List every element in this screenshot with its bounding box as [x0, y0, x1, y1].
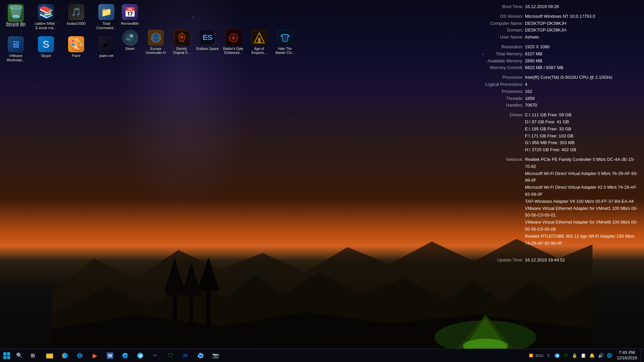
- boot-time-value: 16.12.2019 09:26: [525, 3, 641, 10]
- network-row: Network: Realtek PCIe FE Family Controll…: [466, 156, 641, 247]
- europa-icon: [148, 30, 164, 46]
- second-col-icons: 📚 calibre 64bit - E-book ma... S Skype: [30, 0, 60, 67]
- start-button[interactable]: [0, 349, 13, 362]
- taskbar-telegram[interactable]: [132, 349, 148, 362]
- tray-clipboard[interactable]: 📋: [579, 349, 587, 362]
- icon-vmware[interactable]: 🖥 VMware Workstati...: [2, 35, 29, 65]
- taskbar-screen-sketch[interactable]: ✂: [148, 349, 163, 362]
- tray-wifi[interactable]: 🌐: [605, 349, 613, 362]
- remindme-label: RemindMe: [121, 21, 139, 26]
- baldurs-gate-icon: [225, 30, 241, 46]
- tray-ime[interactable]: ENG: [536, 349, 544, 362]
- handles-row: Handles: 70670: [466, 102, 641, 109]
- network-entry-2: Microsoft Wi-Fi Direct Virtual Adapter #…: [525, 184, 641, 198]
- drives-values: C:\ 111 GB Free: 59 GB D:\ 97 GB Free: 4…: [525, 112, 641, 154]
- tray-volume[interactable]: 🔊: [597, 349, 605, 362]
- os-version-row: OS Version: Microsoft Windows NT 10.0.17…: [466, 13, 641, 20]
- taskbar-clock[interactable]: 7:45 PM 12/16/2019: [614, 349, 640, 362]
- taskbar-mail[interactable]: ✉: [178, 349, 193, 362]
- os-version-label: OS Version:: [466, 13, 523, 20]
- taskbar-firefox[interactable]: [57, 349, 72, 362]
- drive-f: F:\ 171 GB Free: 103 GB: [525, 133, 641, 140]
- drives-label: Drives:: [466, 112, 523, 154]
- remindme-icon: 📅: [122, 4, 138, 20]
- tray-vmware[interactable]: V: [544, 349, 552, 362]
- divinity-icon: [174, 30, 190, 46]
- foobar-label: foobar2000: [67, 21, 86, 26]
- icon-skype[interactable]: S Skype: [33, 35, 59, 65]
- processor-label: Processor:: [466, 74, 523, 81]
- task-view-button[interactable]: ⊞: [25, 349, 40, 362]
- icon-paint[interactable]: 🎨 Paint: [63, 35, 90, 65]
- user-name-label: User Name:: [466, 34, 523, 41]
- network-entry-0: Realtek PCIe FE Family Controller 0 Mb/s…: [525, 156, 641, 170]
- europa-label: Europa Universalis IV: [145, 47, 167, 55]
- game-icons-row: Steam Europa Universalis IV Divinity Ori…: [116, 27, 299, 59]
- network-values: Realtek PCIe FE Family Controller 0 Mb/s…: [525, 156, 641, 247]
- svg-point-50: [124, 354, 126, 357]
- tray-notifications-expand[interactable]: 🔼: [527, 349, 535, 362]
- logical-processors-row: Logical Processors: 4: [466, 81, 641, 88]
- steam-label: Steam: [125, 47, 135, 51]
- recycle-bin-icon: 🗑️: [8, 4, 24, 20]
- resolution-label: Resolution:: [466, 44, 523, 51]
- svg-point-28: [232, 37, 235, 39]
- taskbar-edge[interactable]: [193, 349, 208, 362]
- update-time-label: Update Time:: [466, 257, 523, 264]
- available-memory-label: Available Memory:: [466, 58, 523, 65]
- computer-name-label: Computer Name:: [466, 20, 523, 27]
- boot-time-row: Boot Time: 16.12.2019 09:26: [466, 3, 641, 10]
- taskbar-search-button[interactable]: 🔍: [13, 349, 25, 362]
- svg-rect-35: [7, 352, 10, 355]
- endless-space-icon: ES: [200, 30, 216, 46]
- icon-age-of-empires[interactable]: Age of Empires...: [247, 28, 272, 57]
- tray-telegram[interactable]: [553, 349, 561, 362]
- processes-label: Processes:: [466, 88, 523, 95]
- taskbar-kaspersky[interactable]: 🛡: [163, 349, 178, 362]
- user-name-row: User Name: Ashwin: [466, 34, 641, 41]
- icon-calibre[interactable]: 📚 calibre 64bit - E-book ma...: [33, 2, 59, 33]
- taskbar-ie[interactable]: [72, 349, 87, 362]
- taskbar-media-player[interactable]: ▶: [87, 349, 102, 362]
- available-memory-value: 2890 MB: [525, 58, 641, 65]
- network-entry-1: Microsoft Wi-Fi Direct Virtual Adapter 0…: [525, 170, 641, 184]
- drive-e: E:\ 195 GB Free: 33 GB: [525, 126, 641, 133]
- icon-baldurs-gate[interactable]: Baldur's Gate Enhanced...: [221, 28, 246, 57]
- calibre-icon: 📚: [38, 4, 54, 20]
- tray-notification-bell[interactable]: 🔔: [588, 349, 596, 362]
- icon-divinity[interactable]: Divinity Original S...: [169, 28, 194, 57]
- available-memory-row: Available Memory: 2890 MB: [466, 58, 641, 65]
- tray-network[interactable]: 🔒: [571, 349, 579, 362]
- total-memory-value: 8107 MB: [525, 51, 641, 58]
- icon-steam[interactable]: Steam: [117, 28, 143, 57]
- processor-value: Intel(R) Core(TM) i3-5010U CPU @ 2.10GHz: [525, 74, 641, 81]
- clock-date: 12/16/2019: [617, 356, 637, 361]
- taskbar-file-explorer[interactable]: [42, 349, 57, 362]
- total-memory-row: Total Memory: 8107 MB: [466, 51, 641, 58]
- svg-rect-31: [258, 38, 261, 43]
- icon-europa[interactable]: Europa Universalis IV: [143, 28, 168, 57]
- paintnet-icon: 🖌: [98, 36, 114, 52]
- taskbar-word[interactable]: W: [102, 349, 117, 362]
- icon-recycle-bin[interactable]: 🗑️ Recycle Bin: [2, 2, 29, 33]
- domain-value: DESKTOP-DK39KJH: [525, 27, 641, 34]
- processor-row: Processor: Intel(R) Core(TM) i3-5010U CP…: [466, 74, 641, 81]
- computer-name-row: Computer Name: DESKTOP-DK39KJH: [466, 20, 641, 27]
- tray-kaspersky[interactable]: 🛡: [562, 349, 570, 362]
- processes-value: 162: [525, 88, 641, 95]
- paintnet-label: paint.net: [99, 54, 113, 58]
- icon-foobar2000[interactable]: 🎵 foobar2000: [63, 2, 90, 33]
- paint-icon: 🎨: [68, 36, 84, 52]
- left-col-icons: 🗑️ Recycle Bin 🖥 VMware Workstati...: [0, 0, 30, 67]
- memory-commit-label: Memory Commit:: [466, 64, 523, 71]
- totalcmd-icon: 📁: [98, 4, 114, 20]
- threads-value: 1859: [525, 95, 641, 102]
- icon-halo[interactable]: Halo The Master Chi...: [272, 28, 298, 57]
- recycle-bin-label: Recycle Bin: [6, 21, 25, 26]
- show-desktop-button[interactable]: [640, 349, 642, 362]
- taskbar-photos[interactable]: 📷: [208, 349, 223, 362]
- icon-endless-space[interactable]: ES Endless Space: [195, 28, 220, 57]
- update-time-value: 16.12.2019 19:44:52: [525, 257, 641, 264]
- taskbar-edge-chromium[interactable]: [117, 349, 132, 362]
- logical-processors-value: 4: [525, 81, 641, 88]
